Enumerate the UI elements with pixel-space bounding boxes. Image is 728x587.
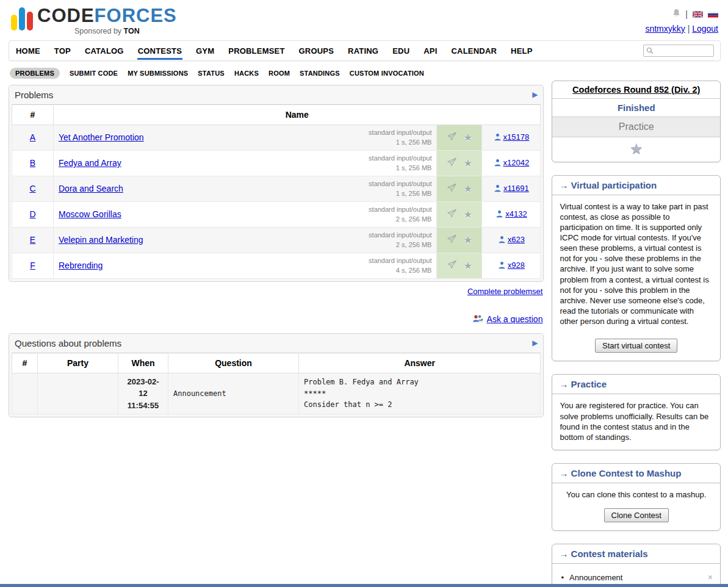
close-icon[interactable]: ×	[708, 572, 713, 582]
column-header-question: Question	[168, 353, 299, 373]
nav-item-contests[interactable]: CONTESTS	[137, 41, 182, 60]
logo-bars-icon	[11, 6, 33, 31]
subnav-item-hacks[interactable]: HACKS	[234, 70, 259, 77]
subnav-item-submit-code[interactable]: SUBMIT CODE	[70, 70, 118, 77]
logout-link[interactable]: Logout	[692, 24, 718, 34]
header: CODEFORCES Sponsored by TON |	[9, 4, 721, 37]
problem-name-link[interactable]: Fedya and Array	[59, 158, 121, 168]
favorite-star-icon[interactable]: ★	[464, 234, 472, 246]
nav-item-catalog[interactable]: CATALOG	[84, 41, 124, 60]
nav-item-problemset[interactable]: PROBLEMSET	[228, 41, 285, 60]
header-right: | sntmxykky	[645, 6, 718, 35]
logo-bar-red	[27, 12, 33, 31]
question-when: 2023-02-12 11:54:55	[118, 373, 168, 414]
contest-materials-box: → Contest materials • Announcement × • T…	[552, 544, 721, 587]
table-row: E Velepin and Marketing standard input/o…	[12, 227, 541, 253]
logo-bar-yellow	[11, 15, 17, 31]
favorite-star-icon[interactable]: ★	[464, 183, 472, 195]
favorite-star-icon[interactable]: ★	[464, 260, 472, 272]
solver-person-icon	[498, 236, 506, 243]
column-header-when: When	[118, 353, 168, 373]
complete-problemset-link[interactable]: Complete problemset	[467, 287, 543, 296]
footer-divider	[0, 584, 728, 587]
username-link[interactable]: sntmxykky	[645, 24, 685, 34]
virtual-participation-text: Virtual contest is a way to take part in…	[552, 195, 720, 334]
practice-text: You are registered for practice. You can…	[552, 394, 720, 450]
search-input[interactable]	[655, 46, 712, 55]
problem-name-link[interactable]: Rebrending	[59, 261, 103, 270]
contest-title-link[interactable]: Codeforces Round 852 (Div. 2)	[572, 85, 700, 95]
column-header-num: #	[12, 353, 38, 373]
question-answer: Problem B. Fedya and Array ***** Conside…	[299, 373, 541, 414]
problem-index-link[interactable]: C	[29, 184, 35, 193]
favorite-star-icon[interactable]: ★	[464, 209, 472, 220]
nav-item-api[interactable]: API	[423, 41, 438, 60]
solved-count-link[interactable]: x623	[498, 235, 525, 244]
column-header-id: #	[12, 104, 54, 124]
problem-index-link[interactable]: E	[30, 235, 35, 245]
logo-text: CODEFORCES	[37, 6, 177, 26]
nav-item-help[interactable]: HELP	[510, 41, 533, 60]
problem-name-link[interactable]: Dora and Search	[59, 184, 123, 193]
submit-paper-plane-icon[interactable]	[447, 260, 457, 271]
nav-item-home[interactable]: HOME	[15, 41, 41, 60]
solver-person-icon	[494, 184, 502, 192]
contest-info-box: Codeforces Round 852 (Div. 2) Finished P…	[552, 81, 721, 162]
nav-item-gym[interactable]: GYM	[195, 41, 215, 60]
solved-count-link[interactable]: x4132	[496, 209, 527, 218]
submit-paper-plane-icon[interactable]	[447, 183, 457, 194]
subnav-item-room[interactable]: ROOM	[268, 70, 290, 77]
contest-favorite-star-icon[interactable]: ★	[630, 140, 643, 157]
subnav-item-standings[interactable]: STANDINGS	[300, 70, 340, 77]
sponsor-line: Sponsored by TON	[37, 27, 177, 35]
question-text: Announcement	[168, 373, 299, 414]
subnav-item-my-submissions[interactable]: MY SUBMISSIONS	[128, 70, 188, 77]
codeforces-logo[interactable]: CODEFORCES Sponsored by TON	[11, 6, 177, 35]
submit-paper-plane-icon[interactable]	[447, 132, 457, 143]
subnav-item-custom-invocation[interactable]: CUSTOM INVOCATION	[350, 70, 424, 77]
virtual-participation-title: → Virtual participation	[552, 176, 720, 195]
solved-count-link[interactable]: x12042	[494, 158, 530, 167]
russian-language-flag-icon[interactable]	[708, 11, 718, 18]
solver-person-icon	[494, 159, 502, 167]
solved-count-link[interactable]: x15178	[494, 132, 530, 142]
problem-index-link[interactable]: A	[30, 132, 35, 142]
problem-name-link[interactable]: Velepin and Marketing	[59, 235, 143, 245]
logo-text-code: CODE	[37, 5, 95, 26]
solved-count-link[interactable]: x928	[498, 261, 525, 270]
nav-item-rating[interactable]: RATING	[347, 41, 379, 60]
nav-item-calendar[interactable]: CALENDAR	[451, 41, 498, 60]
contest-menu: PROBLEMS SUBMIT CODE MY SUBMISSIONS STAT…	[10, 67, 544, 79]
problem-limits: standard input/output1 s, 256 MB	[369, 128, 431, 148]
sidebar: Codeforces Round 852 (Div. 2) Finished P…	[552, 81, 721, 587]
nav-item-top[interactable]: TOP	[54, 41, 71, 60]
question-num	[12, 373, 38, 414]
submit-paper-plane-icon[interactable]	[447, 209, 457, 220]
problem-name-link[interactable]: Yet Another Promotion	[59, 132, 144, 142]
nav-item-edu[interactable]: EDU	[392, 41, 410, 60]
subnav-item-status[interactable]: STATUS	[198, 70, 225, 77]
problem-index-link[interactable]: D	[29, 209, 35, 219]
expand-arrow-icon[interactable]: ▶	[532, 339, 538, 347]
nav-item-groups[interactable]: GROUPS	[298, 41, 335, 60]
start-virtual-contest-button[interactable]: Start virtual contest	[595, 339, 677, 353]
submit-paper-plane-icon[interactable]	[447, 234, 457, 245]
table-row: B Fedya and Array standard input/output1…	[12, 150, 541, 176]
problem-index-link[interactable]: F	[30, 261, 35, 270]
english-language-flag-icon[interactable]	[693, 11, 703, 18]
notifications-bell-icon[interactable]	[672, 9, 680, 20]
favorite-star-icon[interactable]: ★	[464, 132, 472, 143]
column-header-name: Name	[54, 104, 541, 124]
search-icon	[646, 47, 654, 54]
problem-index-link[interactable]: B	[30, 158, 35, 168]
submit-paper-plane-icon[interactable]	[447, 157, 457, 168]
clone-contest-button[interactable]: Clone Contest	[604, 508, 669, 522]
subnav-item-problems[interactable]: PROBLEMS	[10, 68, 60, 79]
expand-arrow-icon[interactable]: ▶	[532, 90, 538, 99]
material-announcement-link[interactable]: Announcement	[569, 573, 622, 582]
solved-count-link[interactable]: x11691	[494, 184, 529, 193]
favorite-star-icon[interactable]: ★	[464, 157, 472, 169]
table-row: F Rebrending standard input/output4 s, 2…	[12, 253, 541, 278]
problem-name-link[interactable]: Moscow Gorillas	[59, 209, 121, 219]
ask-question-link[interactable]: Ask a question	[472, 314, 543, 324]
